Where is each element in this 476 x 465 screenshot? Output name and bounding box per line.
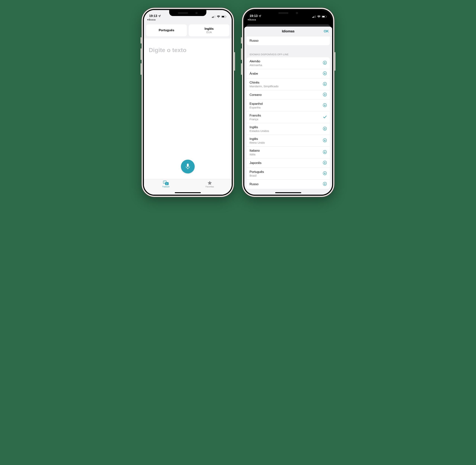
language-row[interactable]: PortuguêsBrasil xyxy=(247,168,330,179)
download-icon[interactable] xyxy=(323,103,327,108)
download-icon[interactable] xyxy=(323,161,327,165)
svg-rect-18 xyxy=(327,16,327,17)
target-language-label: Inglês xyxy=(205,27,214,31)
text-input-placeholder: Digite o texto xyxy=(149,47,186,53)
svg-rect-17 xyxy=(322,16,325,17)
languages-sheet: Idiomas OK Russo IDIOMAS DISPONÍVEIS OFF… xyxy=(244,27,332,195)
source-language-button[interactable]: Português xyxy=(146,24,187,36)
ok-button[interactable]: OK xyxy=(324,29,329,33)
language-name: Espanhol xyxy=(249,102,263,106)
source-language-label: Português xyxy=(159,29,174,32)
language-name: Russo xyxy=(249,182,259,186)
offline-languages-group: AlemãoAlemanhaÁrabeChinêsMandarim, Simpl… xyxy=(247,57,330,189)
svg-rect-6 xyxy=(226,16,227,17)
svg-rect-5 xyxy=(222,16,224,17)
language-sublabel: Alemanha xyxy=(249,63,262,67)
sheet-header: Idiomas OK xyxy=(244,27,332,36)
download-icon[interactable] xyxy=(323,138,327,143)
cell-signal-icon xyxy=(312,15,316,18)
location-icon xyxy=(158,15,161,17)
microphone-icon xyxy=(185,163,190,170)
language-sublabel: Mandarim, Simplificado xyxy=(249,85,279,88)
status-time: 19:13 xyxy=(249,14,258,18)
language-name: Inglês xyxy=(249,137,265,141)
download-icon[interactable] xyxy=(323,182,327,187)
language-name: Inglês xyxy=(249,126,269,129)
microphone-button[interactable] xyxy=(181,160,195,173)
language-name: Árabe xyxy=(249,72,258,75)
download-icon[interactable] xyxy=(323,150,327,155)
back-to-app-label: Busca xyxy=(249,18,256,21)
language-sublabel: Brasil xyxy=(249,174,264,177)
phone-right: 19:13 xyxy=(242,7,335,197)
tab-favorites-label: Favoritas xyxy=(206,186,214,188)
download-icon[interactable] xyxy=(323,93,327,97)
svg-rect-0 xyxy=(212,17,213,18)
target-language-button[interactable]: Inglês EUA xyxy=(189,24,229,36)
svg-rect-2 xyxy=(214,16,214,18)
download-icon[interactable] xyxy=(323,82,327,87)
svg-rect-12 xyxy=(312,17,313,18)
language-row[interactable]: AlemãoAlemanha xyxy=(247,57,330,69)
language-sublabel: Reino Unido xyxy=(249,141,265,144)
language-sublabel: Estados Unidos xyxy=(249,129,269,132)
svg-rect-13 xyxy=(313,16,314,18)
download-icon[interactable] xyxy=(323,71,327,76)
screen-languages: 19:13 xyxy=(244,10,332,195)
language-row[interactable]: Russo xyxy=(247,179,330,189)
language-row[interactable]: FrancêsFrança xyxy=(247,111,330,123)
download-icon[interactable] xyxy=(323,61,327,65)
download-icon[interactable] xyxy=(323,171,327,176)
svg-rect-7 xyxy=(187,164,189,167)
cell-signal-icon xyxy=(212,15,216,18)
sheet-title: Idiomas xyxy=(282,29,295,33)
language-row[interactable]: Japonês xyxy=(247,158,330,168)
back-to-app[interactable]: Busca xyxy=(244,18,332,22)
battery-icon xyxy=(221,15,227,18)
location-icon xyxy=(259,15,261,17)
checkmark-icon xyxy=(323,115,327,120)
svg-text:文: 文 xyxy=(166,183,168,185)
language-row[interactable]: Russo xyxy=(247,36,330,45)
phone-left: 19:13 xyxy=(141,7,234,197)
language-row[interactable]: InglêsReino Unido xyxy=(247,135,330,147)
battery-icon xyxy=(322,15,327,18)
language-name: Italiano xyxy=(249,149,260,153)
notch xyxy=(169,10,207,16)
wifi-icon xyxy=(317,15,321,18)
language-name: Coreano xyxy=(249,93,262,97)
back-to-app[interactable]: Busca xyxy=(144,18,232,22)
svg-text:A: A xyxy=(164,181,165,183)
language-row[interactable]: Árabe xyxy=(247,69,330,78)
star-icon xyxy=(207,181,212,185)
language-name: Alemão xyxy=(249,60,262,63)
language-name: Português xyxy=(249,170,264,174)
status-time: 19:13 xyxy=(149,14,157,18)
home-indicator[interactable] xyxy=(275,192,301,193)
language-name: Japonês xyxy=(249,161,261,165)
language-name: Francês xyxy=(249,114,261,117)
text-input[interactable]: Digite o texto xyxy=(144,39,232,53)
language-sublabel: Espanha xyxy=(249,106,263,109)
download-icon[interactable] xyxy=(323,127,327,131)
screen-translate: 19:13 xyxy=(144,10,232,195)
svg-rect-15 xyxy=(315,15,316,18)
language-row[interactable]: ItalianoItália xyxy=(247,147,330,158)
language-row[interactable]: InglêsEstados Unidos xyxy=(247,123,330,135)
language-row[interactable]: ChinêsMandarim, Simplificado xyxy=(247,78,330,90)
wifi-icon xyxy=(217,15,220,18)
svg-rect-14 xyxy=(314,16,315,18)
notch xyxy=(269,10,307,16)
target-language-sublabel: EUA xyxy=(207,31,212,34)
svg-rect-1 xyxy=(213,16,213,18)
language-sublabel: Itália xyxy=(249,153,260,156)
svg-rect-3 xyxy=(215,15,215,18)
back-to-app-label: Busca xyxy=(149,18,155,21)
language-row[interactable]: EspanholEspanha xyxy=(247,100,330,111)
translate-icon: A文 xyxy=(163,181,169,185)
home-indicator[interactable] xyxy=(175,192,201,193)
section-header: IDIOMAS DISPONÍVEIS OFF-LINE xyxy=(244,49,332,57)
language-name: Russo xyxy=(249,39,259,42)
language-row[interactable]: Coreano xyxy=(247,90,330,100)
language-sublabel: França xyxy=(249,118,261,121)
